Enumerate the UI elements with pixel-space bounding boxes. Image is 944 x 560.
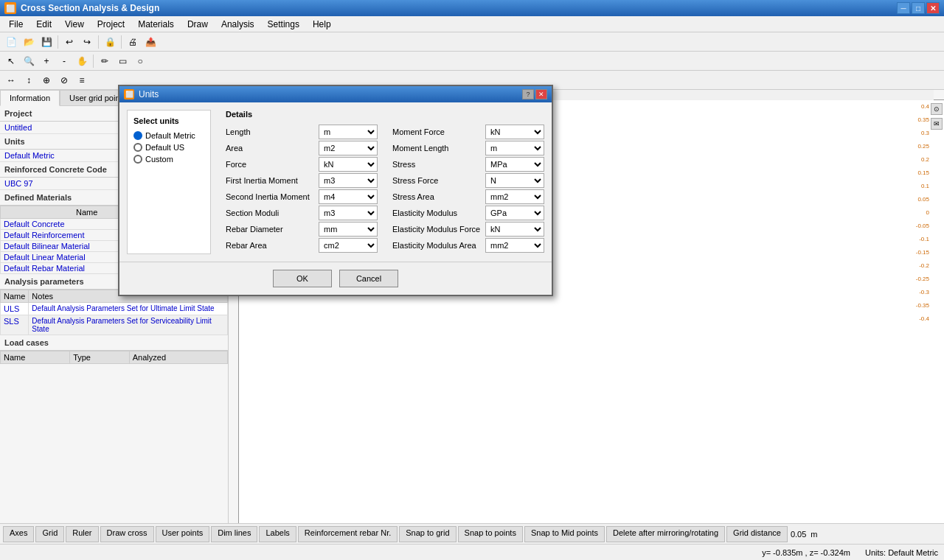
pan-btn[interactable]: ✋ [74, 53, 90, 69]
menu-item-file[interactable]: File [3, 18, 29, 31]
detail-select-force[interactable]: kNNMNkiplbf [319, 157, 378, 172]
menu-item-analysis[interactable]: Analysis [215, 18, 260, 31]
right-icons[interactable]: ⊙ ✉ [929, 100, 944, 133]
detail-label: First Inertia Moment [226, 176, 314, 185]
analysis-param-row[interactable]: SLSDefault Analysis Parameters Set for S… [1, 315, 228, 335]
tab-information[interactable]: Information [0, 90, 60, 106]
bottom-btn-grid[interactable]: Grid [35, 526, 64, 542]
new-button[interactable]: 📄 [3, 34, 19, 50]
tb3-btn3[interactable]: ⊕ [38, 72, 55, 88]
select-units-title: Select units [133, 116, 204, 125]
units-options: Default MetricDefault USCustom [133, 131, 204, 164]
menu-item-help[interactable]: Help [307, 18, 337, 31]
bottom-btn-axes[interactable]: Axes [3, 526, 34, 542]
ok-button[interactable]: OK [273, 270, 332, 287]
menu-item-project[interactable]: Project [91, 18, 131, 31]
detail-select-stress-area[interactable]: mm2cm2m2 [485, 189, 544, 204]
detail-select-moment-length[interactable]: mcmmm [485, 141, 544, 155]
bottom-btn-grid-distance[interactable]: Grid distance [726, 526, 788, 542]
menu-item-settings[interactable]: Settings [262, 18, 305, 31]
bottom-btn-snap-to-grid[interactable]: Snap to grid [399, 526, 456, 542]
dialog-help-button[interactable]: ? [522, 89, 534, 99]
select-btn[interactable]: ↖ [3, 53, 19, 69]
detail-row: Moment ForcekNNMN [392, 125, 544, 139]
dialog-controls[interactable]: ? ✕ [522, 89, 547, 99]
zoom-out-btn[interactable]: - [56, 53, 72, 69]
save-button[interactable]: 💾 [38, 34, 55, 50]
titlebar-controls[interactable]: ─ □ ✕ [897, 2, 940, 14]
detail-select-area[interactable]: m2cm2mm2 [319, 141, 378, 155]
bottom-btn-delete-after-mirroring/rotating[interactable]: Delete after mirroring/rotating [606, 526, 725, 542]
bottom-btn-labels[interactable]: Labels [259, 526, 296, 542]
tb3-btn5[interactable]: ≡ [74, 72, 90, 88]
cancel-button[interactable]: Cancel [339, 270, 398, 287]
detail-row: Elasticity ModulusGPaMPakPa [392, 206, 544, 220]
bottom-btn-user-points[interactable]: User points [156, 526, 210, 542]
lc-col-type: Type [70, 351, 130, 364]
detail-select-first-inertia-moment[interactable]: m3cm3mm3 [319, 173, 378, 188]
units-option[interactable]: Custom [133, 155, 204, 164]
detail-select-moment-force[interactable]: kNNMN [485, 125, 544, 139]
details-title: Details [226, 110, 544, 119]
bottom-toolbar: AxesGridRulerDraw crossUser pointsDim li… [0, 523, 944, 544]
menu-item-materials[interactable]: Materials [132, 18, 180, 31]
tb3-btn2[interactable]: ↕ [21, 72, 37, 88]
detail-select-elasticity-modulus-area[interactable]: mm2cm2m2 [485, 238, 544, 253]
menu-item-view[interactable]: View [59, 18, 90, 31]
undo-button[interactable]: ↩ [61, 34, 77, 50]
detail-label: Rebar Diameter [226, 225, 314, 234]
load-cases-label: Load cases [0, 335, 228, 351]
print-button[interactable]: 🖨 [125, 34, 141, 50]
bottom-btn-ruler[interactable]: Ruler [66, 526, 98, 542]
redo-button[interactable]: ↪ [79, 34, 95, 50]
detail-select-rebar-diameter[interactable]: mmcmmin [319, 222, 378, 237]
bottom-btn-snap-to-mid-points[interactable]: Snap to Mid points [524, 526, 605, 542]
lock-button[interactable]: 🔒 [102, 34, 118, 50]
detail-select-second-inertia-moment[interactable]: m4cm4mm4 [319, 189, 378, 204]
zoom-in-btn[interactable]: + [38, 53, 55, 69]
tb3-btn4[interactable]: ⊘ [56, 72, 72, 88]
ap-notes: Default Analysis Parameters Set for Ulti… [29, 303, 228, 315]
toolbar-2: ↖ 🔍 + - ✋ ✏ ▭ ○ [0, 52, 944, 71]
radio-button[interactable] [133, 155, 142, 164]
bottom-btn-dim-lines[interactable]: Dim lines [211, 526, 257, 542]
menu-item-edit[interactable]: Edit [30, 18, 58, 31]
ap-name: ULS [1, 303, 29, 315]
tb3-btn1[interactable]: ↔ [3, 72, 19, 88]
minimize-button[interactable]: ─ [897, 2, 910, 14]
detail-label: Length [226, 127, 314, 136]
detail-row: Rebar Areacm2mm2m2 [226, 238, 378, 253]
units-dialog[interactable]: ⬜ Units ? ✕ Select units Default MetricD… [118, 85, 553, 296]
detail-select-stress[interactable]: MPakPaPaksi [485, 157, 544, 172]
circle-btn[interactable]: ○ [132, 53, 148, 69]
open-button[interactable]: 📂 [21, 34, 37, 50]
export-button[interactable]: 📤 [142, 34, 159, 50]
detail-row: Elasticity Modulus Areamm2cm2m2 [392, 238, 544, 253]
radio-button[interactable] [133, 131, 142, 140]
close-button[interactable]: ✕ [926, 2, 940, 14]
detail-select-section-moduli[interactable]: m3cm3mm3 [319, 206, 378, 220]
camera-icon[interactable]: ⊙ [931, 103, 943, 115]
radio-button[interactable] [133, 143, 142, 152]
units-option[interactable]: Default US [133, 143, 204, 152]
bottom-btn-snap-to-points[interactable]: Snap to points [458, 526, 523, 542]
menubar: FileEditViewProjectMaterialsDrawAnalysis… [0, 16, 944, 32]
bottom-btn-draw-cross[interactable]: Draw cross [100, 526, 154, 542]
bottom-btn-reinforcement-rebar-nr.[interactable]: Reinforcement rebar Nr. [298, 526, 398, 542]
dialog-title: Units [139, 89, 159, 99]
maximize-button[interactable]: □ [912, 2, 925, 14]
dialog-close-button[interactable]: ✕ [535, 89, 547, 99]
detail-select-stress-force[interactable]: NkNMN [485, 173, 544, 188]
detail-select-elasticity-modulus-force[interactable]: kNNMN [485, 222, 544, 237]
detail-select-length[interactable]: mcmmmftin [319, 125, 378, 139]
zoom-btn[interactable]: 🔍 [21, 53, 37, 69]
message-icon[interactable]: ✉ [931, 118, 943, 130]
units-option[interactable]: Default Metric [133, 131, 204, 140]
right-ruler-labels: 0.4 0.35 0.3 0.25 0.2 0.15 0.1 0.05 0 -0… [916, 100, 929, 326]
menu-item-draw[interactable]: Draw [181, 18, 214, 31]
draw-btn[interactable]: ✏ [97, 53, 113, 69]
analysis-param-row[interactable]: ULSDefault Analysis Parameters Set for U… [1, 303, 228, 315]
detail-select-elasticity-modulus[interactable]: GPaMPakPa [485, 206, 544, 220]
detail-select-rebar-area[interactable]: cm2mm2m2 [319, 238, 378, 253]
rect-btn[interactable]: ▭ [114, 53, 131, 69]
